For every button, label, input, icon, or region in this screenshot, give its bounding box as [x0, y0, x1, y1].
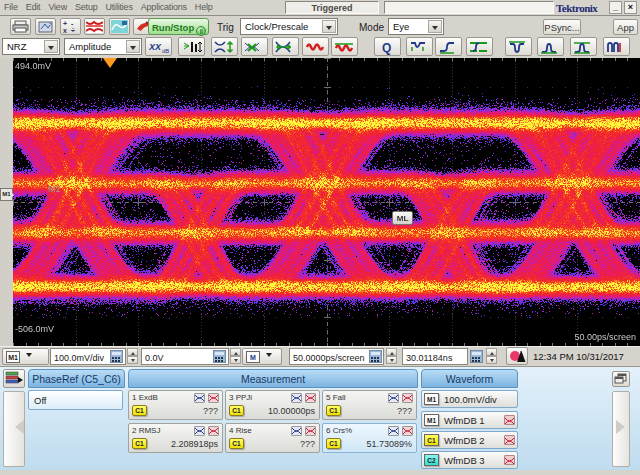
horizontal-scale-spinner[interactable]	[386, 348, 397, 365]
signal-type-combo[interactable]: NRZ	[2, 38, 60, 55]
wfmdb-eye-icon[interactable]	[504, 455, 515, 465]
opening-factor-button[interactable]	[406, 37, 433, 56]
timebase-select-button[interactable]: M	[242, 348, 282, 365]
menu-help[interactable]: Help	[191, 0, 217, 14]
meas-delete-icon[interactable]	[402, 393, 413, 403]
save-waveform-button[interactable]	[35, 18, 56, 35]
extinction-ratio-button[interactable]: XXdB	[145, 37, 172, 56]
meas-delete-icon[interactable]	[208, 393, 219, 403]
meas-delete-icon[interactable]	[208, 426, 219, 436]
noise-button[interactable]	[302, 37, 329, 56]
app-button[interactable]: App	[613, 19, 638, 35]
measurement-tile-2[interactable]: 2 RMSJC12.208918ps	[128, 423, 223, 453]
measurement-tile-4[interactable]: 4 RiseC1???	[225, 423, 320, 453]
panel-collapse-left-button[interactable]	[3, 391, 25, 467]
print-button[interactable]	[10, 18, 31, 35]
minimize-button[interactable]: _	[609, 1, 622, 14]
jitter-button[interactable]	[178, 37, 205, 56]
trig-source-combo[interactable]: Clock/Prescale	[240, 18, 338, 35]
phaseref-off-button[interactable]: Off	[28, 390, 123, 410]
levels-button[interactable]	[466, 37, 493, 56]
q-factor-icon: Q	[375, 40, 400, 55]
m1-position-marker[interactable]: M1	[0, 188, 13, 201]
menu-edit[interactable]: Edit	[22, 0, 45, 14]
signal-type-value: NRZ	[7, 41, 27, 52]
keypad-icon[interactable]	[470, 350, 483, 365]
measurement-tile-1[interactable]: 1 ExdBC1???	[128, 390, 223, 420]
ml-marker-tag[interactable]: ML	[392, 211, 413, 225]
measurement-value: 2.208918ps	[171, 439, 218, 449]
position-value: 30.01184ns	[406, 353, 452, 363]
meas-eye-icon[interactable]	[291, 393, 302, 403]
horizontal-scale-field[interactable]: 50.0000ps/screen	[289, 348, 384, 365]
waveform-row-2[interactable]: M1WfmDB 1	[421, 411, 518, 429]
offset-spinner[interactable]	[230, 348, 241, 365]
setup-dialogs-button[interactable]	[3, 369, 25, 388]
close-button[interactable]: ×	[624, 1, 637, 14]
meas-delete-icon[interactable]	[305, 426, 316, 436]
menu-view[interactable]: View	[44, 0, 71, 14]
rise-step-icon	[436, 40, 461, 55]
rise-step-button[interactable]	[435, 37, 462, 56]
fall-time-button[interactable]	[505, 37, 532, 56]
menu-setup[interactable]: Setup	[71, 0, 102, 14]
eye-height-button[interactable]	[211, 37, 238, 56]
channel-tag: M1	[6, 351, 20, 363]
keypad-icon[interactable]	[369, 350, 382, 363]
pulse-width-button[interactable]	[570, 37, 597, 56]
math-setup-button[interactable]: +-x÷	[60, 18, 81, 35]
measurement-header[interactable]: Measurement	[128, 369, 418, 388]
trigger-position-icon[interactable]	[103, 58, 117, 68]
meas-delete-icon[interactable]	[305, 393, 316, 403]
svg-text:x: x	[63, 27, 67, 33]
psync-button[interactable]: PSync...	[543, 19, 581, 35]
position-field[interactable]: 30.01184ns	[402, 348, 468, 365]
q-factor-button[interactable]: Q	[374, 37, 401, 56]
waveform-row-4[interactable]: C2WfmDB 3	[421, 451, 518, 469]
wfmdb-eye-icon[interactable]	[504, 415, 515, 425]
svg-text:XX: XX	[148, 42, 162, 52]
waveform-source-tag: M1	[424, 393, 439, 405]
run-stop-button[interactable]: Run/Stop||	[148, 18, 209, 35]
eye-diagram-plot[interactable]	[13, 58, 640, 346]
menu-utilities[interactable]: Utilities	[102, 0, 137, 14]
meas-category-combo[interactable]: Amplitude	[64, 38, 142, 55]
waveform-view-button[interactable]	[109, 18, 130, 35]
meas-eye-icon[interactable]	[291, 426, 302, 436]
meas-eye-icon[interactable]	[388, 393, 399, 403]
trigger-indicator-button[interactable]	[506, 347, 528, 365]
meas-eye-icon[interactable]	[388, 426, 399, 436]
trig-label: Trig	[217, 22, 234, 33]
measurement-tile-6[interactable]: 6 Crs%C151.73089%	[322, 423, 417, 453]
keypad-icon[interactable]	[213, 350, 226, 363]
keypad-icon[interactable]	[110, 350, 123, 363]
measurement-tile-5[interactable]: 5 FallC1???	[322, 390, 417, 420]
panel-collapse-right-button[interactable]	[612, 391, 630, 467]
phaseref-header[interactable]: PhaseRef (C5_C6)	[28, 369, 125, 388]
menu-applications[interactable]: Applications	[137, 0, 191, 14]
waveform-row-1[interactable]: M1100.0mV/div	[421, 390, 518, 408]
meas-eye-icon[interactable]	[194, 393, 205, 403]
waveform-row-3[interactable]: C1WfmDB 2	[421, 431, 518, 449]
panel-restore-button[interactable]	[612, 371, 630, 387]
position-spinner[interactable]	[486, 348, 497, 365]
snr-button[interactable]	[331, 37, 358, 56]
wfmdb-eye-icon[interactable]	[504, 435, 515, 445]
waveform-header[interactable]: Waveform	[421, 369, 518, 388]
offset-field[interactable]: 0.0V	[141, 348, 229, 365]
mode-combo[interactable]: Eye	[388, 18, 444, 35]
waveform-display: M1 494.0mV -506.0mV 50.00ps/screen M1 ML	[0, 58, 640, 346]
vertical-scale-field[interactable]: 100.0mV/div	[50, 348, 126, 365]
rise-time-button[interactable]	[537, 37, 564, 56]
meas-delete-icon[interactable]	[402, 426, 413, 436]
nu-pulse-button[interactable]	[603, 37, 630, 56]
vertical-scale-spinner[interactable]	[127, 348, 138, 365]
channel-select-button[interactable]: M1	[2, 348, 49, 365]
meas-eye-icon[interactable]	[194, 426, 205, 436]
menu-file[interactable]: File	[0, 0, 22, 14]
measurement-tile-3[interactable]: 3 PPJiC110.00000ps	[225, 390, 320, 420]
offset-value: 0.0V	[145, 353, 164, 363]
eye-width-button[interactable]	[272, 37, 299, 56]
crossing-button[interactable]	[241, 37, 268, 56]
eye-display-button[interactable]	[84, 18, 105, 35]
